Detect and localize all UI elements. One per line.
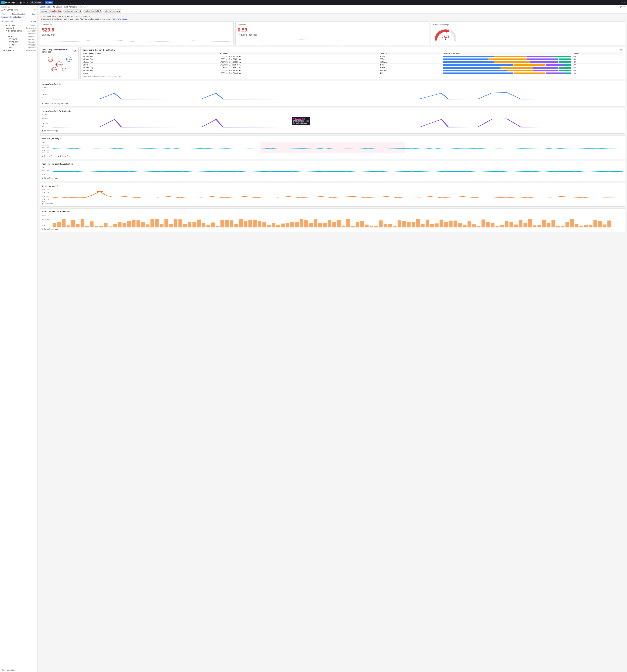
edit-icon[interactable]: ✎ bbox=[87, 6, 89, 8]
svg-text:0ms: 0ms bbox=[42, 97, 53, 99]
time-display[interactable]: -3h bbox=[620, 1, 623, 3]
settings-nav[interactable]: ⚙ bbox=[23, 1, 25, 4]
service-view-text: APM: Service View bbox=[1, 9, 18, 11]
refresh-icon[interactable]: ↻ bbox=[624, 1, 626, 4]
svg-text:0: 0 bbox=[435, 40, 436, 41]
filter-icon[interactable]: ⚡ bbox=[33, 8, 36, 11]
tree-label: us-west-1 bbox=[6, 27, 26, 29]
kpi-latency-title: Latency(avg) bbox=[42, 24, 231, 26]
svg-rect-79 bbox=[207, 225, 210, 227]
gauge-svg: 37.74 % 0 100 bbox=[433, 27, 458, 41]
svg-rect-163 bbox=[598, 221, 602, 227]
service-filter-tab[interactable]: service-the-coffee-bar bbox=[40, 9, 62, 13]
svg-rect-48 bbox=[62, 219, 66, 227]
latency-type-filter-tab[interactable]: latency_type avg bbox=[103, 9, 121, 13]
table-row[interactable]: click on 'Pay' 17/05/2023 2:14:32.537 AM… bbox=[82, 66, 623, 69]
tree-item-coffee-bar[interactable]: ▼ the-coffee-bar Service bbox=[0, 24, 38, 27]
chart-requests-by-app-area[interactable]: 1 0.5 0 bbox=[42, 166, 623, 176]
tree-type: Operation bbox=[28, 35, 36, 38]
filter-tag-remove[interactable]: × bbox=[21, 16, 22, 18]
legend-latency-lastweek: Latency (last week) bbox=[52, 103, 69, 104]
db-nav[interactable]: ▦ bbox=[26, 1, 28, 4]
explore-tab[interactable]: 🔍 Explore bbox=[30, 1, 43, 4]
filter-section: Filter None Selected Clear service = the… bbox=[0, 12, 38, 19]
svg-rect-144 bbox=[510, 222, 513, 227]
svg-rect-92 bbox=[267, 225, 271, 227]
home-nav[interactable]: 🏠 bbox=[19, 1, 22, 4]
svg-text:1: 1 bbox=[42, 167, 45, 168]
tree-type: Environment bbox=[26, 50, 36, 51]
tree-item-http-pri[interactable]: HTTP PRI Operation bbox=[0, 43, 38, 46]
legend-requests-app: the-coffee-bar-app bbox=[42, 177, 58, 179]
breadcrumb-dashboards[interactable]: Dashboards bbox=[40, 6, 50, 8]
chart-requests-by-app-title: Requests [per sec] By Application bbox=[42, 163, 623, 165]
table-row[interactable]: click on 'Pay' 17/05/2023 2:14:22.165 AM… bbox=[82, 69, 623, 72]
tree-item-other[interactable]: Other Operation bbox=[0, 46, 38, 49]
svg-rect-73 bbox=[179, 219, 182, 227]
svg-rect-162 bbox=[594, 220, 597, 227]
tree-label: HTTP PRI bbox=[8, 44, 28, 46]
svg-rect-77 bbox=[197, 220, 201, 227]
svg-rect-124 bbox=[416, 219, 420, 227]
chart-errors-area[interactable]: 0.4 0.3 0.2 0.1 0 bbox=[42, 188, 623, 202]
table-row[interactable]: click on 'Pay' 17/05/2023 2:14:32.981 AM… bbox=[82, 61, 623, 64]
svg-text:1s: 1s bbox=[42, 123, 48, 124]
tree-type: Operation bbox=[28, 33, 36, 35]
svg-rect-67 bbox=[150, 219, 154, 227]
info-line2: For additional breakdowns - select appro… bbox=[40, 18, 625, 20]
table-row[interactable]: click on 'Pay' 17/05/2023 2:14:40.258 AM… bbox=[82, 55, 623, 58]
logo: S sumo logic bbox=[1, 1, 16, 4]
svg-rect-159 bbox=[579, 226, 583, 227]
tree-item-coffee-bar-app[interactable]: ▼ the-coffee-bar-app Application bbox=[0, 29, 38, 32]
refresh-btn[interactable]: ↻ bbox=[623, 6, 625, 8]
svg-text:3s: 3s bbox=[42, 90, 48, 92]
chart-errors-title: Errors [per sec] ⚠ bbox=[42, 185, 623, 187]
tree-type: Service bbox=[30, 24, 36, 26]
table-row[interactable]: /order 17/05/2023 2:14:21.442 AM 1.39s bbox=[82, 72, 623, 75]
tree-item-http-post[interactable]: HTTP POST Operation bbox=[0, 41, 38, 43]
tree-item-order[interactable]: /order Operation bbox=[0, 35, 38, 38]
clear-button[interactable]: Clear bbox=[31, 13, 36, 15]
new-button[interactable]: + New bbox=[45, 1, 53, 4]
tree-type: Operation bbox=[28, 44, 36, 46]
svg-rect-111 bbox=[356, 222, 359, 227]
svg-rect-46 bbox=[52, 223, 56, 227]
tree-item-us-west-2[interactable]: ▶ us-west-2 Environment bbox=[0, 49, 38, 52]
breadcrumb-right: -3h ↻ bbox=[619, 6, 625, 8]
legend-latency: Latency bbox=[42, 103, 50, 104]
svg-rect-71 bbox=[169, 224, 173, 227]
chart-latency-by-app-legend: the-coffee-bar-app bbox=[42, 130, 623, 132]
tree-item-us-west-1[interactable]: ▼ us-west-1 Environment bbox=[0, 27, 38, 29]
legend-latency-dot bbox=[42, 103, 43, 104]
outlier-threshold-filter-tab[interactable]: outlier_threshold 4 bbox=[83, 9, 102, 13]
time-range-display[interactable]: -3h bbox=[619, 6, 622, 8]
table-row[interactable]: /order 17/05/2023 2:14:32.676 AM 1.39s bbox=[82, 64, 623, 66]
tree-item-slash[interactable]: / Operation bbox=[0, 32, 38, 35]
chart-requests-area[interactable]: 1 0.8 0.6 0.4 0.2 bbox=[42, 141, 623, 154]
filter-tabs: service-the-coffee-bar outlier_window 15… bbox=[38, 9, 627, 14]
warning-icon: ⚠ bbox=[57, 185, 59, 187]
svg-rect-82 bbox=[220, 220, 224, 227]
svg-rect-64 bbox=[136, 220, 140, 227]
svg-rect-133 bbox=[458, 223, 462, 227]
explore-icon: 🔍 bbox=[31, 1, 34, 4]
filter-tag[interactable]: service = the-coffee-bar × bbox=[1, 16, 23, 18]
svg-rect-88 bbox=[248, 220, 252, 227]
table-row[interactable]: click on 'Pay' 17/05/2023 2:14:38.801 AM… bbox=[82, 58, 623, 61]
breadcrumb-bar: Dashboards > 02. Service Health Across A… bbox=[38, 5, 627, 9]
tree-type: Operation bbox=[28, 47, 36, 49]
outlier-window-filter-tab[interactable]: outlier_window 15 bbox=[63, 9, 82, 13]
kpi-latency-sparkline bbox=[42, 38, 231, 43]
svg-rect-104 bbox=[323, 223, 327, 227]
tree-item-http-get[interactable]: HTTP GET Operation bbox=[0, 38, 38, 41]
svg-rect-130 bbox=[444, 222, 448, 227]
menu-link[interactable]: menu above bbox=[116, 18, 127, 20]
svg-text:1s: 1s bbox=[42, 94, 48, 95]
chart-errors-by-app-area[interactable]: 0.4 0.2 0 bbox=[42, 213, 623, 227]
set-default-button[interactable]: Set as default bbox=[1, 20, 13, 22]
top-bar: S sumo logic | 🏠 ⚙ ▦ 🔍 Explore + New -3h… bbox=[0, 0, 627, 5]
tree-type: Operation bbox=[28, 41, 36, 43]
chart-latency-by-app-area[interactable]: 4s 2s 1s 0ms ■ 232.56 ms 17/05/2023 00:4… bbox=[42, 113, 623, 129]
chart-latency-avg-area[interactable]: 5s 3s 1s 0ms bbox=[42, 86, 623, 102]
apply-button[interactable]: Apply bbox=[31, 20, 36, 22]
